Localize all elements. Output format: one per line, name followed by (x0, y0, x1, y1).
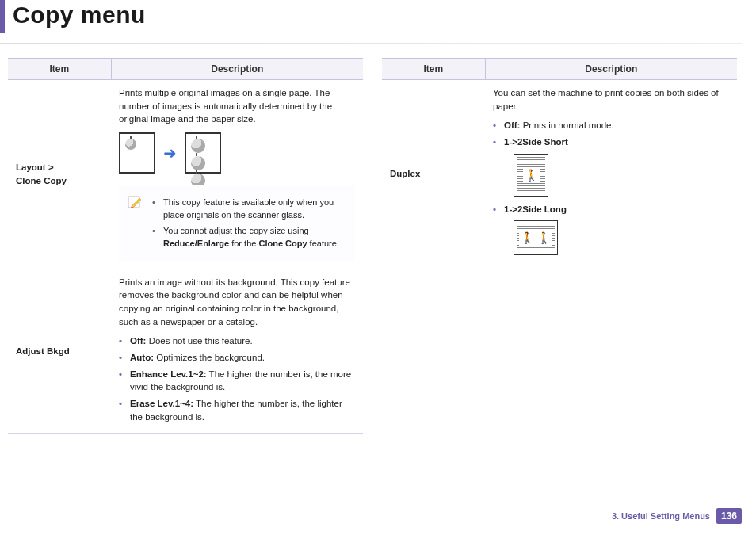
person-icon: 🚶 (523, 167, 540, 183)
note-text-bold: Clone Copy (258, 239, 307, 248)
col-header-item: Item (382, 59, 485, 80)
list-item: Enhance Lev.1~2: The higher the number i… (119, 368, 355, 394)
page-number: 136 (716, 508, 742, 524)
list-item: 1->2Side Long 🚶 🚶 (493, 203, 729, 256)
table-row: Duplex You can set the machine to print … (382, 80, 737, 269)
list-item: Erase Lev.1~4: The higher the number is,… (119, 397, 355, 423)
bkgd-desc: Prints an image without its background. … (119, 276, 355, 329)
col-header-desc: Description (485, 59, 737, 80)
note-box: This copy feature is available only when… (119, 185, 355, 262)
list-item: 1->2Side Short 🚶 (493, 136, 729, 197)
opt-text: Does not use this feature. (146, 336, 252, 346)
table-row: Layout > Clone Copy Prints multiple orig… (8, 80, 363, 269)
item-label: Layout > (16, 162, 54, 172)
person-icon: 🚶 (536, 230, 552, 246)
left-table: Item Description Layout > Clone Copy Pri… (8, 58, 363, 434)
note-text-bold: Reduce/Enlarge (163, 239, 229, 248)
note-item: You cannot adjust the copy size using Re… (152, 225, 347, 250)
note-item: This copy feature is available only when… (152, 197, 347, 222)
note-text: for the (229, 239, 258, 248)
page-title-bar: Copy menu (0, 0, 742, 33)
opt-label: Off: (504, 120, 520, 130)
item-label: Clone Copy (16, 176, 67, 185)
diagram-single-box (119, 132, 155, 174)
item-cell-clone: Layout > Clone Copy (8, 80, 111, 269)
apple-icon (125, 139, 136, 150)
diagram-multi-box (185, 132, 221, 174)
clone-diagram: ➜ (119, 132, 355, 174)
chapter-label: 3. Useful Setting Menus (612, 511, 710, 521)
table-row: Adjust Bkgd Prints an image without its … (8, 269, 363, 434)
desc-cell-bkgd: Prints an image without its background. … (111, 269, 363, 434)
item-cell-duplex: Duplex (382, 80, 485, 269)
right-column: Item Description Duplex You can set the … (382, 58, 737, 434)
col-header-item: Item (8, 59, 111, 80)
note-text: This copy feature is available only when… (163, 197, 334, 220)
left-column: Item Description Layout > Clone Copy Pri… (8, 58, 363, 434)
col-header-desc: Description (111, 59, 363, 80)
item-cell-bkgd: Adjust Bkgd (8, 269, 111, 434)
duplex-short-illustration: 🚶 (514, 154, 548, 197)
apple-icon (191, 139, 205, 153)
note-pencil-icon (127, 193, 143, 209)
desc-cell-clone: Prints multiple original images on a sin… (111, 80, 363, 269)
opt-label: Enhance Lev.1~2: (130, 369, 207, 379)
list-item: Off: Prints in normal mode. (493, 119, 729, 132)
opt-label: Auto: (130, 353, 154, 362)
note-text: feature. (307, 239, 339, 248)
person-icon: 🚶 (519, 230, 536, 246)
opt-text: Optimizes the background. (154, 353, 265, 362)
header-divider (0, 43, 742, 44)
list-item: Auto: Optimizes the background. (119, 351, 355, 365)
duplex-long-illustration: 🚶 🚶 (514, 220, 558, 255)
clone-desc: Prints multiple original images on a sin… (119, 86, 355, 126)
opt-label: Erase Lev.1~4: (130, 399, 193, 408)
arrow-icon: ➜ (163, 142, 177, 165)
note-text: You cannot adjust the copy size using (163, 226, 309, 235)
page-footer: 3. Useful Setting Menus 136 (612, 508, 742, 524)
page-title: Copy menu (13, 2, 742, 29)
apple-icon (191, 156, 205, 170)
duplex-desc: You can set the machine to print copies … (493, 86, 729, 113)
opt-label: 1->2Side Long (504, 204, 567, 214)
opt-text: Prints in normal mode. (520, 120, 613, 130)
right-table: Item Description Duplex You can set the … (382, 58, 737, 268)
list-item: Off: Does not use this feature. (119, 334, 355, 348)
opt-label: Off: (130, 336, 146, 346)
desc-cell-duplex: You can set the machine to print copies … (485, 80, 737, 269)
opt-label: 1->2Side Short (504, 137, 568, 147)
